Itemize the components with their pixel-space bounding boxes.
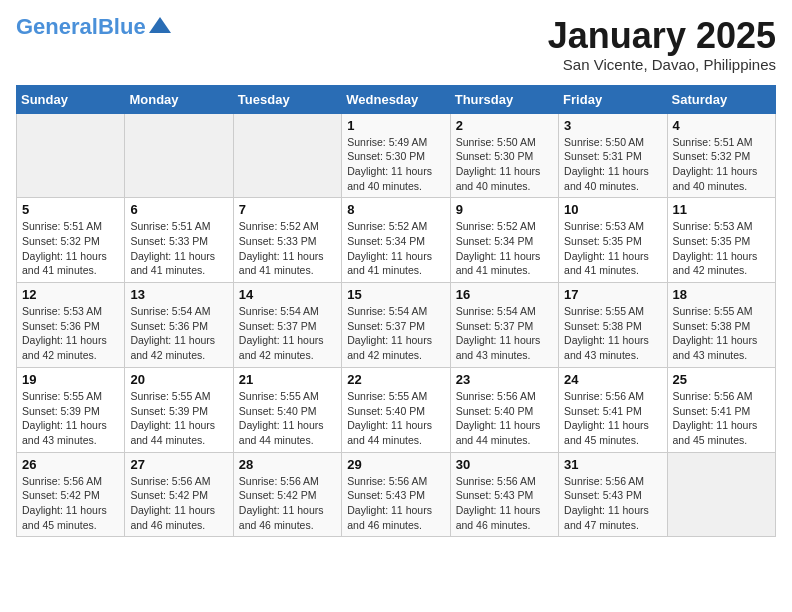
calendar-cell: 21Sunrise: 5:55 AM Sunset: 5:40 PM Dayli… [233,367,341,452]
calendar-cell: 7Sunrise: 5:52 AM Sunset: 5:33 PM Daylig… [233,198,341,283]
calendar-cell [667,452,775,537]
weekday-header-monday: Monday [125,85,233,113]
page-header: GeneralBlue January 2025 San Vicente, Da… [16,16,776,73]
day-info: Sunrise: 5:52 AM Sunset: 5:34 PM Dayligh… [456,219,553,278]
day-info: Sunrise: 5:53 AM Sunset: 5:35 PM Dayligh… [673,219,770,278]
calendar-cell: 24Sunrise: 5:56 AM Sunset: 5:41 PM Dayli… [559,367,667,452]
calendar-cell: 28Sunrise: 5:56 AM Sunset: 5:42 PM Dayli… [233,452,341,537]
day-info: Sunrise: 5:56 AM Sunset: 5:42 PM Dayligh… [130,474,227,533]
calendar-cell: 1Sunrise: 5:49 AM Sunset: 5:30 PM Daylig… [342,113,450,198]
title-block: January 2025 San Vicente, Davao, Philipp… [548,16,776,73]
calendar-cell: 9Sunrise: 5:52 AM Sunset: 5:34 PM Daylig… [450,198,558,283]
day-info: Sunrise: 5:53 AM Sunset: 5:35 PM Dayligh… [564,219,661,278]
day-number: 2 [456,118,553,133]
day-info: Sunrise: 5:55 AM Sunset: 5:39 PM Dayligh… [22,389,119,448]
calendar-cell: 26Sunrise: 5:56 AM Sunset: 5:42 PM Dayli… [17,452,125,537]
day-info: Sunrise: 5:51 AM Sunset: 5:32 PM Dayligh… [673,135,770,194]
weekday-header-tuesday: Tuesday [233,85,341,113]
day-info: Sunrise: 5:54 AM Sunset: 5:37 PM Dayligh… [456,304,553,363]
day-number: 13 [130,287,227,302]
day-number: 9 [456,202,553,217]
day-info: Sunrise: 5:51 AM Sunset: 5:32 PM Dayligh… [22,219,119,278]
calendar-cell: 4Sunrise: 5:51 AM Sunset: 5:32 PM Daylig… [667,113,775,198]
calendar-cell: 17Sunrise: 5:55 AM Sunset: 5:38 PM Dayli… [559,283,667,368]
day-number: 23 [456,372,553,387]
day-number: 25 [673,372,770,387]
logo-blue: Blue [98,14,146,39]
day-info: Sunrise: 5:54 AM Sunset: 5:37 PM Dayligh… [239,304,336,363]
weekday-header-row: SundayMondayTuesdayWednesdayThursdayFrid… [17,85,776,113]
calendar-cell [233,113,341,198]
day-number: 31 [564,457,661,472]
day-info: Sunrise: 5:56 AM Sunset: 5:41 PM Dayligh… [673,389,770,448]
day-number: 14 [239,287,336,302]
calendar-cell [125,113,233,198]
day-number: 20 [130,372,227,387]
day-number: 29 [347,457,444,472]
calendar-week-0: 1Sunrise: 5:49 AM Sunset: 5:30 PM Daylig… [17,113,776,198]
day-info: Sunrise: 5:49 AM Sunset: 5:30 PM Dayligh… [347,135,444,194]
calendar-cell: 16Sunrise: 5:54 AM Sunset: 5:37 PM Dayli… [450,283,558,368]
day-info: Sunrise: 5:56 AM Sunset: 5:41 PM Dayligh… [564,389,661,448]
day-number: 12 [22,287,119,302]
calendar-cell: 11Sunrise: 5:53 AM Sunset: 5:35 PM Dayli… [667,198,775,283]
day-info: Sunrise: 5:50 AM Sunset: 5:31 PM Dayligh… [564,135,661,194]
calendar-week-1: 5Sunrise: 5:51 AM Sunset: 5:32 PM Daylig… [17,198,776,283]
day-number: 1 [347,118,444,133]
logo-text: GeneralBlue [16,16,146,38]
day-info: Sunrise: 5:55 AM Sunset: 5:38 PM Dayligh… [673,304,770,363]
calendar-week-4: 26Sunrise: 5:56 AM Sunset: 5:42 PM Dayli… [17,452,776,537]
day-number: 19 [22,372,119,387]
logo-general: General [16,14,98,39]
weekday-header-sunday: Sunday [17,85,125,113]
day-info: Sunrise: 5:51 AM Sunset: 5:33 PM Dayligh… [130,219,227,278]
day-info: Sunrise: 5:56 AM Sunset: 5:43 PM Dayligh… [456,474,553,533]
day-number: 15 [347,287,444,302]
day-number: 24 [564,372,661,387]
calendar-cell: 14Sunrise: 5:54 AM Sunset: 5:37 PM Dayli… [233,283,341,368]
calendar-cell: 20Sunrise: 5:55 AM Sunset: 5:39 PM Dayli… [125,367,233,452]
day-info: Sunrise: 5:54 AM Sunset: 5:36 PM Dayligh… [130,304,227,363]
calendar-cell: 8Sunrise: 5:52 AM Sunset: 5:34 PM Daylig… [342,198,450,283]
day-number: 6 [130,202,227,217]
day-info: Sunrise: 5:50 AM Sunset: 5:30 PM Dayligh… [456,135,553,194]
day-number: 22 [347,372,444,387]
calendar-cell: 19Sunrise: 5:55 AM Sunset: 5:39 PM Dayli… [17,367,125,452]
day-info: Sunrise: 5:56 AM Sunset: 5:42 PM Dayligh… [239,474,336,533]
day-info: Sunrise: 5:56 AM Sunset: 5:43 PM Dayligh… [347,474,444,533]
day-info: Sunrise: 5:53 AM Sunset: 5:36 PM Dayligh… [22,304,119,363]
calendar-cell: 18Sunrise: 5:55 AM Sunset: 5:38 PM Dayli… [667,283,775,368]
calendar-cell: 5Sunrise: 5:51 AM Sunset: 5:32 PM Daylig… [17,198,125,283]
day-number: 11 [673,202,770,217]
calendar-week-2: 12Sunrise: 5:53 AM Sunset: 5:36 PM Dayli… [17,283,776,368]
calendar-table: SundayMondayTuesdayWednesdayThursdayFrid… [16,85,776,538]
calendar-header: SundayMondayTuesdayWednesdayThursdayFrid… [17,85,776,113]
day-info: Sunrise: 5:55 AM Sunset: 5:40 PM Dayligh… [347,389,444,448]
weekday-header-friday: Friday [559,85,667,113]
weekday-header-saturday: Saturday [667,85,775,113]
day-info: Sunrise: 5:56 AM Sunset: 5:43 PM Dayligh… [564,474,661,533]
day-number: 8 [347,202,444,217]
calendar-cell: 3Sunrise: 5:50 AM Sunset: 5:31 PM Daylig… [559,113,667,198]
weekday-header-wednesday: Wednesday [342,85,450,113]
calendar-cell: 23Sunrise: 5:56 AM Sunset: 5:40 PM Dayli… [450,367,558,452]
calendar-cell: 25Sunrise: 5:56 AM Sunset: 5:41 PM Dayli… [667,367,775,452]
day-number: 10 [564,202,661,217]
calendar-cell: 12Sunrise: 5:53 AM Sunset: 5:36 PM Dayli… [17,283,125,368]
day-number: 26 [22,457,119,472]
day-info: Sunrise: 5:55 AM Sunset: 5:40 PM Dayligh… [239,389,336,448]
day-number: 18 [673,287,770,302]
month-title: January 2025 [548,16,776,56]
day-number: 3 [564,118,661,133]
calendar-cell: 27Sunrise: 5:56 AM Sunset: 5:42 PM Dayli… [125,452,233,537]
day-number: 7 [239,202,336,217]
day-number: 30 [456,457,553,472]
day-number: 27 [130,457,227,472]
calendar-cell: 31Sunrise: 5:56 AM Sunset: 5:43 PM Dayli… [559,452,667,537]
day-number: 17 [564,287,661,302]
day-info: Sunrise: 5:55 AM Sunset: 5:38 PM Dayligh… [564,304,661,363]
calendar-week-3: 19Sunrise: 5:55 AM Sunset: 5:39 PM Dayli… [17,367,776,452]
day-info: Sunrise: 5:54 AM Sunset: 5:37 PM Dayligh… [347,304,444,363]
calendar-cell: 13Sunrise: 5:54 AM Sunset: 5:36 PM Dayli… [125,283,233,368]
logo: GeneralBlue [16,16,171,38]
